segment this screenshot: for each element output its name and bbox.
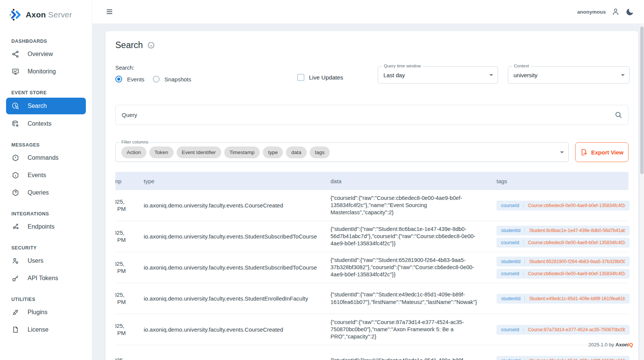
table-row[interactable]: 025,PM io.axoniq.demo.university.faculty…: [115, 252, 628, 283]
context-value: university: [514, 72, 537, 78]
tag-chip[interactable]: studentIdStudent:e49edc1c-85d1-409e-b89f…: [497, 356, 630, 360]
filter-chip-token[interactable]: Token: [149, 146, 174, 158]
axon-server-app: Axon Server DASHBOARDS Overview Monitori…: [0, 0, 644, 360]
hexagon-question-icon: [11, 189, 19, 197]
sidebar-item-label: Plugins: [28, 309, 47, 316]
vertical-scrollbar[interactable]: [640, 23, 644, 360]
column-header-timestamp: timestamp: [115, 178, 144, 184]
sidebar-item-commands[interactable]: Commands: [0, 149, 92, 167]
radio-snapshots-control[interactable]: [153, 76, 160, 83]
event-data: {"studentId":{"raw":"Student:65281900-f2…: [331, 257, 493, 279]
table-row[interactable]: 025,PM io.axoniq.demo.university.faculty…: [115, 314, 628, 345]
hexagon-exclamation-icon: [11, 154, 19, 162]
query-time-window-value: Last day: [383, 72, 405, 78]
chevron-down-icon: [621, 74, 625, 76]
context-select[interactable]: Context university: [508, 66, 630, 84]
query-input[interactable]: [115, 105, 628, 125]
sidebar-item-label: Contexts: [28, 120, 51, 127]
tag-chip[interactable]: studentIdStudent:65281900-f264-4b83-9aa5…: [497, 257, 630, 266]
sidebar-item-api-tokens[interactable]: API Tokens: [0, 270, 92, 287]
event-type: io.axoniq.demo.university.faculty.events…: [144, 264, 331, 271]
sidebar-item-label: Monitoring: [28, 68, 56, 75]
dark-mode-moon-icon[interactable]: [625, 8, 634, 16]
sidebar-item-endpoints[interactable]: Endpoints: [0, 218, 92, 235]
sidebar-item-label: Overview: [28, 51, 53, 58]
sidebar-item-license[interactable]: License: [0, 321, 92, 338]
filter-chip-data[interactable]: data: [286, 146, 306, 158]
filter-columns-select[interactable]: Filter columns Action Token Event Identi…: [115, 142, 569, 162]
event-data: {"courseId":{"raw":"Course:cb6edec8-0e00…: [331, 195, 493, 217]
sidebar-item-contexts[interactable]: Contexts: [0, 115, 92, 132]
tag-chip[interactable]: courseIdCourse:cb6edec8-0e00-4ae9-b0ef-1…: [497, 238, 630, 248]
search-card: Search Search: Events Snapsh: [106, 31, 638, 360]
sidebar-item-label: License: [28, 326, 48, 333]
filter-chip-action[interactable]: Action: [121, 146, 146, 158]
export-view-button[interactable]: Export View: [575, 142, 628, 162]
username: anonymous: [577, 9, 606, 15]
hub-icon: [11, 223, 19, 231]
topbar: anonymous: [92, 0, 644, 23]
hexagon-info-icon: [11, 171, 19, 179]
share-nodes-icon: [11, 50, 19, 58]
clock-search-icon: [11, 102, 19, 110]
monitor-chart-icon: [11, 68, 19, 76]
sidebar-item-label: API Tokens: [28, 275, 58, 282]
sidebar-item-label: Events: [28, 172, 46, 179]
column-header-data: data: [331, 178, 493, 184]
events-table: timestamp type data tags 025,PM io.axoni…: [115, 172, 628, 360]
query-time-window-select[interactable]: Query time window Last day: [378, 66, 498, 84]
axon-logo-icon: [9, 8, 22, 22]
user-icon[interactable]: [611, 7, 620, 16]
table-row[interactable]: 025 {"studentId":{"raw":"Student:e49edc1…: [115, 345, 628, 360]
radio-events[interactable]: Events: [115, 76, 144, 83]
table-row[interactable]: 025,PM io.axoniq.demo.university.faculty…: [115, 190, 628, 221]
chevron-down-icon: [560, 151, 564, 153]
info-icon[interactable]: [147, 42, 155, 49]
sidebar-item-plugins[interactable]: Plugins: [0, 304, 92, 321]
table-row[interactable]: 025,PM io.axoniq.demo.university.faculty…: [115, 221, 628, 252]
live-updates-toggle[interactable]: Live Updates: [297, 74, 343, 81]
sidebar-item-label: Search: [28, 103, 47, 109]
event-type: io.axoniq.demo.university.faculty.events…: [144, 233, 331, 240]
sidebar-item-users[interactable]: Users: [0, 252, 92, 270]
sidebar-item-monitoring[interactable]: Monitoring: [0, 63, 92, 80]
tag-chip[interactable]: courseIdCourse:cb6edec8-0e00-4ae9-b0ef-1…: [497, 269, 630, 279]
sidebar-nav: DASHBOARDS Overview Monitoring EVENT STO…: [0, 23, 92, 338]
sidebar-item-search[interactable]: Search: [6, 98, 86, 114]
sidebar-item-events[interactable]: Events: [0, 167, 92, 184]
event-data: {"studentId":{"raw":"Student:e49edc1c-85…: [331, 291, 493, 306]
database-gear-icon: [11, 120, 19, 128]
event-data: {"studentId":{"raw":"Student:e49edc1c-85…: [331, 357, 493, 360]
tag-chip[interactable]: studentIdStudent:e49edc1c-85d1-409e-b89f…: [497, 294, 630, 304]
sidebar-item-label: Endpoints: [28, 223, 54, 230]
document-icon: [11, 326, 19, 334]
radio-events-control[interactable]: [115, 76, 122, 83]
hamburger-menu-icon[interactable]: [107, 9, 112, 14]
sidebar-item-overview[interactable]: Overview: [0, 45, 92, 63]
tag-chip[interactable]: courseIdCourse:87a73d14-e377-4524-ac35-7…: [497, 325, 630, 335]
filter-chip-timestamp[interactable]: Timestamp: [224, 146, 260, 158]
event-type: io.axoniq.demo.university.faculty.events…: [144, 202, 331, 209]
file-export-icon: [580, 148, 588, 156]
live-updates-checkbox[interactable]: [297, 74, 304, 81]
brand-name: Axon Server: [26, 10, 72, 19]
main-area: anonymous Search Search:: [92, 0, 644, 360]
column-header-type: type: [144, 178, 331, 184]
sidebar-item-queries[interactable]: Queries: [0, 184, 92, 201]
filter-chip-event-identifier[interactable]: Event Identifier: [177, 146, 221, 158]
table-row[interactable]: 025,PM io.axoniq.demo.university.faculty…: [115, 283, 628, 314]
scrollbar-thumb[interactable]: [640, 26, 644, 174]
nav-section-integrations: INTEGRATIONS: [0, 211, 92, 218]
plug-icon: [11, 309, 19, 316]
radio-snapshots[interactable]: Snapshots: [153, 76, 191, 83]
filter-chip-type[interactable]: type: [263, 146, 283, 158]
tag-chip[interactable]: studentIdStudent:8c6bac1e-1e47-439e-8db0…: [497, 226, 630, 235]
nav-section-utilities: UTILITIES: [0, 297, 92, 304]
tag-chip[interactable]: courseIdCourse:cb6edec8-0e00-4ae9-b0ef-1…: [497, 201, 630, 210]
event-data: {"courseId":{"raw":"Course:87a73d14-e377…: [331, 319, 493, 341]
filter-chip-tags[interactable]: tags: [310, 146, 330, 158]
key-icon: [11, 274, 19, 282]
sidebar-item-label: Commands: [28, 154, 59, 161]
sidebar-item-label: Users: [28, 257, 43, 264]
search-icon[interactable]: [615, 111, 622, 119]
